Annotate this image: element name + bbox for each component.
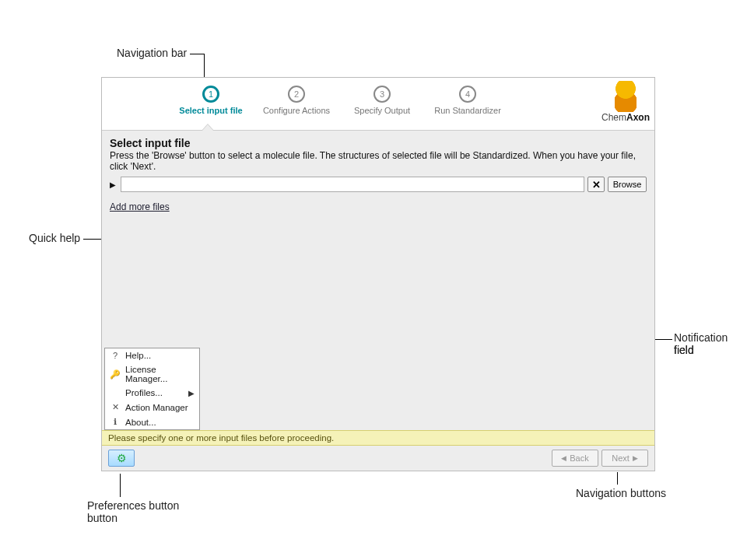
annotation-preferences-button: Preferences button bbox=[87, 499, 179, 512]
menu-item-label: Help... bbox=[125, 351, 151, 360]
menu-item-about[interactable]: ℹ About... bbox=[105, 415, 199, 429]
step-number-icon: 2 bbox=[288, 86, 305, 103]
navigation-bar: 1 Select input file 2 Configure Actions … bbox=[102, 78, 654, 131]
step-label: Specify Output bbox=[354, 106, 410, 115]
arrow-right-icon: ▶ bbox=[633, 454, 638, 462]
menu-item-label: Action Manager bbox=[125, 403, 188, 412]
wizard-steps: 1 Select input file 2 Configure Actions … bbox=[172, 86, 507, 115]
annotation-quick-help: Quick help bbox=[29, 232, 80, 244]
next-label: Next bbox=[612, 453, 630, 463]
menu-item-label: License Manager... bbox=[125, 365, 195, 383]
step-label: Run Standardizer bbox=[434, 106, 501, 115]
preferences-menu: ? Help... 🔑 License Manager... Profiles.… bbox=[104, 348, 200, 430]
file-row: ▶ ✕ Browse bbox=[110, 177, 647, 192]
step-number-icon: 3 bbox=[374, 86, 391, 103]
preferences-button[interactable]: ⚙ bbox=[108, 450, 135, 467]
step-label: Select input file bbox=[179, 106, 242, 115]
chemaxon-logo-icon bbox=[615, 81, 637, 112]
gear-icon: ⚙ bbox=[117, 452, 127, 464]
back-button[interactable]: ◀ Back bbox=[552, 450, 598, 467]
menu-item-help[interactable]: ? Help... bbox=[105, 348, 199, 362]
app-window: 1 Select input file 2 Configure Actions … bbox=[101, 77, 655, 471]
step-number-icon: 4 bbox=[459, 86, 476, 103]
info-icon: ℹ bbox=[110, 417, 121, 427]
annotation-navigation-buttons: Navigation buttons bbox=[576, 487, 666, 499]
step-specify-output[interactable]: 3 Specify Output bbox=[343, 86, 421, 115]
remove-file-button[interactable]: ✕ bbox=[587, 177, 605, 192]
expand-icon[interactable]: ▶ bbox=[110, 180, 116, 189]
arrow-left-icon: ◀ bbox=[561, 454, 566, 462]
annotation-notification-field-2: field bbox=[674, 344, 694, 356]
key-icon: 🔑 bbox=[110, 369, 121, 380]
help-icon: ? bbox=[110, 351, 121, 360]
step-select-input-file[interactable]: 1 Select input file bbox=[172, 86, 250, 115]
submenu-arrow-icon: ▶ bbox=[188, 389, 195, 397]
menu-item-profiles[interactable]: Profiles... ▶ bbox=[105, 386, 199, 400]
brand-name: ChemAxon bbox=[601, 112, 650, 123]
next-button[interactable]: Next ▶ bbox=[601, 450, 648, 467]
back-label: Back bbox=[570, 453, 588, 463]
active-step-pointer-icon bbox=[202, 124, 214, 131]
browse-button[interactable]: Browse bbox=[608, 177, 647, 192]
tools-icon: ✕ bbox=[110, 402, 121, 412]
navigation-buttons: ◀ Back Next ▶ bbox=[552, 450, 648, 467]
panel-heading: Select input file bbox=[110, 137, 647, 149]
menu-item-label: Profiles... bbox=[125, 388, 163, 397]
file-path-input[interactable] bbox=[121, 177, 584, 192]
step-number-icon: 1 bbox=[202, 86, 219, 103]
annotation-navigation-bar: Navigation bar bbox=[117, 47, 187, 59]
brand-logo: ChemAxon bbox=[601, 81, 650, 123]
step-label: Configure Actions bbox=[263, 106, 330, 115]
quick-help-text: Press the 'Browse' button to select a mo… bbox=[110, 150, 647, 172]
step-configure-actions[interactable]: 2 Configure Actions bbox=[258, 86, 335, 115]
annotation-preferences-button-2: button bbox=[87, 512, 117, 524]
footer-bar: ⚙ ◀ Back Next ▶ bbox=[102, 446, 654, 471]
wizard-body: Select input file Press the 'Browse' but… bbox=[102, 131, 654, 430]
add-more-files-link[interactable]: Add more files bbox=[110, 201, 170, 212]
menu-item-label: About... bbox=[125, 418, 156, 427]
notification-field: Please specify one or more input files b… bbox=[102, 430, 654, 446]
menu-item-action-manager[interactable]: ✕ Action Manager bbox=[105, 400, 199, 415]
menu-item-license-manager[interactable]: 🔑 License Manager... bbox=[105, 362, 199, 386]
step-run-standardizer[interactable]: 4 Run Standardizer bbox=[429, 86, 507, 115]
